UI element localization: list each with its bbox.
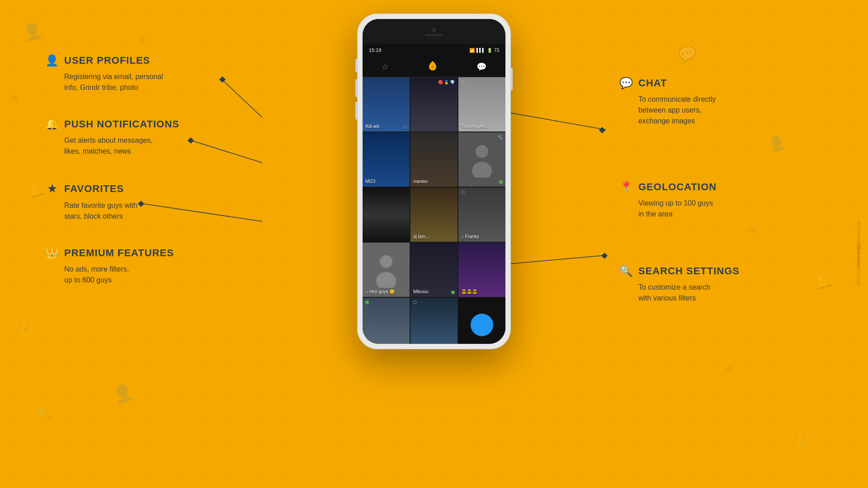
svg-point-8 [380,255,392,268]
geolocation-desc: Viewing up to 100 guysin the area [638,198,809,220]
feature-chat: 💬 CHAT To communicate directlybetween ap… [619,77,809,127]
grid-cell-franky: ○ Franky [458,188,505,242]
feature-geolocation: 📍 GEOLOCATION Viewing up to 100 guysin t… [619,181,809,220]
user-icon: 👤 [45,54,59,67]
grid-row-4: ○ Hey guys 😊 Mikosiu 😎😎😎 [363,243,505,297]
cell-label-manwo: manwo [413,179,428,184]
grid-cell-mt23: Mt23 [363,132,410,187]
app-navbar[interactable]: ☆ 💬 [363,56,505,77]
grid-cell-smoke [363,188,410,242]
connector-dot-chat [599,127,605,133]
phone-volume-up-button [355,79,357,97]
right-feature-panel: 💬 CHAT To communicate directlybetween ap… [619,77,809,304]
bell-icon: 🔔 [45,118,59,131]
feature-premium-title: 👑 PREMIUM FEATURES [45,247,235,259]
feature-geo-title: 📍 GEOLOCATION [619,181,809,193]
cell-label-adi-adi: Adi-adi [365,124,379,129]
cell-label-ojtam: oj tam... [413,234,429,239]
phone-mute-button [355,59,357,72]
grid-cell-manwo: manwo [410,132,458,187]
favorites-desc: Rate favorite guys withstars, block othe… [64,200,235,222]
grid-cell-sunglasses: 😎😎😎 [458,243,505,297]
feature-premium: 👑 PREMIUM FEATURES No ads, more filters,… [45,247,235,286]
feature-push-notifications: 🔔 PUSH NOTIFICATIONS Get alerts about me… [45,118,235,157]
feature-search-settings: 🔍 SEARCH SETTINGS To customize a searchw… [619,265,809,304]
geolocation-label: GEOLOCATION [638,181,717,193]
grid-row-3: oj tam... ○ Franky [363,188,505,242]
user-profiles-label: USER PROFILES [64,55,150,66]
push-notifications-desc: Get alerts about messages,likes, matches… [64,135,235,157]
battery-percent: 73 [494,48,499,53]
emoji-badges-top: 🔴 🏅 💎 [438,80,455,84]
feature-user-profiles: 👤 USER PROFILES Registering via email, p… [45,54,235,93]
svg-point-9 [376,272,396,288]
location-icon: 📍 [619,181,633,193]
grid-cell-ojtam: oj tam... [410,188,458,242]
action-circle-button[interactable] [471,314,493,336]
chat-nav-icon[interactable]: 💬 [476,62,486,72]
grid-row-1: Adi-adi 🔴 🏅 💎 TravelingAro... [363,77,505,131]
cell-label-franky: ○ Franky [461,234,479,239]
watermark: thinkmobiles.com [856,221,862,267]
feature-favorites-title: ★ FAVORITES [45,182,235,196]
premium-desc: No ads, more filters,up to 600 guys [64,264,235,286]
search-icon: 🔍 [619,265,633,277]
phone-volume-down-button [355,102,357,120]
wifi-icon: 📶 [469,48,475,53]
search-settings-desc: To customize a searchwith various filter… [638,282,809,304]
grid-cell-circle [458,298,505,344]
phone-camera-area [363,19,505,44]
avatar-silhouette [468,141,495,178]
feature-user-profiles-title: 👤 USER PROFILES [45,54,235,67]
status-icons: 📶 ▌▌▌ 🔋 73 [469,48,499,53]
offline-dot-mm [413,300,417,304]
favorites-nav-icon[interactable]: ☆ [382,62,389,72]
star-icon: ★ [45,182,59,196]
phone-screen: 15:19 📶 ▌▌▌ 🔋 73 ☆ 💬 [363,19,505,344]
feature-search-title: 🔍 SEARCH SETTINGS [619,265,809,277]
left-feature-panel: 👤 USER PROFILES Registering via email, p… [45,54,235,310]
phone-power-button [511,68,513,90]
feature-push-title: 🔔 PUSH NOTIFICATIONS [45,118,235,131]
connector-dot-search [601,253,608,259]
avatar-silhouette-2 [373,252,400,288]
grid-cell-mikosiu: Mikosiu [410,243,458,297]
online-dot-room [365,300,369,304]
offline-dot-traveling [461,80,465,84]
grid-cell-avatar1: 🔧 [458,132,505,187]
app-grid: Adi-adi 🔴 🏅 💎 TravelingAro... [363,77,505,344]
cell-label-traveling: TravelingAro... [461,124,491,129]
battery-display: 🔋 [487,48,492,53]
chat-label: CHAT [638,77,667,89]
phone-mockup: 15:19 📶 ▌▌▌ 🔋 73 ☆ 💬 [357,14,511,349]
speaker-grille [425,34,443,36]
cell-label-mt23: Mt23 [365,179,375,184]
grid-cell-mm: m&m [410,298,458,344]
time-display: 15:19 [369,47,382,53]
favorites-label: FAVORITES [64,183,124,195]
online-indicator [499,180,503,184]
home-nav-icon[interactable] [426,59,439,74]
camera-lens [432,28,436,32]
grid-row-2: Mt23 manwo 🔧 [363,132,505,187]
phone-body: 15:19 📶 ▌▌▌ 🔋 73 ☆ 💬 [357,14,511,349]
user-profiles-desc: Registering via email, personalinfo, Gri… [64,71,235,93]
push-notifications-label: PUSH NOTIFICATIONS [64,118,179,130]
grid-cell-room [363,298,410,344]
grid-cell-adi-adi: Adi-adi [363,77,410,131]
svg-point-5 [431,66,434,68]
search-settings-label: SEARCH SETTINGS [638,265,740,277]
crown-icon: 👑 [45,247,59,259]
offline-dot-franky [461,190,465,194]
svg-point-7 [472,162,492,178]
chat-icon: 💬 [619,77,633,89]
grid-cell-center-top: 🔴 🏅 💎 [410,77,458,131]
cell-label-heyguys: ○ Hey guys 😊 [365,289,395,294]
grid-row-5: m&m [363,298,505,344]
online-dot-mikosiu [451,291,455,294]
cell-label-sunglasses: 😎😎😎 [461,289,477,294]
signal-icon: ▌▌▌ [476,48,485,52]
chat-desc: To communicate directlybetween app users… [638,94,809,127]
cell-label-mikosiu: Mikosiu [413,289,429,294]
svg-point-6 [476,145,488,158]
